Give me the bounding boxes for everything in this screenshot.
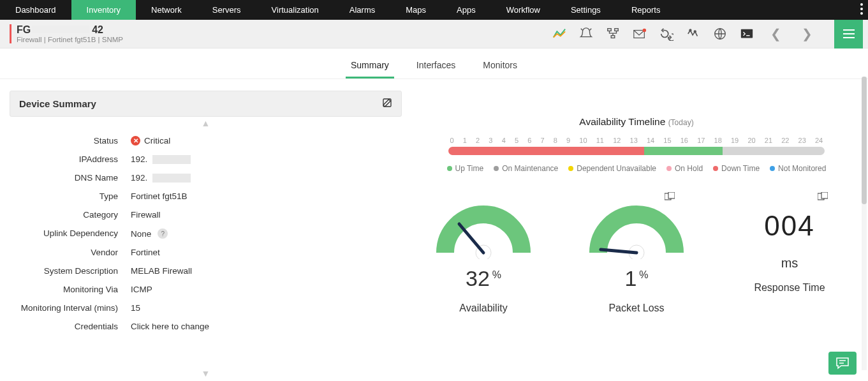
svg-line-12	[459, 224, 483, 253]
scrollbar[interactable]	[862, 77, 867, 370]
summary-label: Vendor	[10, 245, 131, 260]
timeline-segment[interactable]	[448, 147, 644, 155]
next-device-icon[interactable]: ❯	[798, 26, 816, 41]
legend-item: On Maintenance	[494, 164, 558, 173]
summary-value: MELAB Firewall	[131, 264, 402, 278]
svg-point-5	[689, 29, 691, 31]
summary-label: DNS Name	[10, 170, 131, 185]
legend-item: On Hold	[666, 164, 703, 173]
svg-rect-2	[611, 36, 615, 38]
device-title-suffix: 42	[92, 24, 103, 35]
summary-value: Fortinet fgt51B	[131, 189, 402, 204]
gauge-response-time: 004 ms Response Time	[732, 198, 847, 314]
summary-label: Category	[10, 207, 131, 222]
summary-value: 15	[131, 301, 402, 315]
svg-rect-14	[668, 192, 675, 198]
hamburger-menu[interactable]	[834, 20, 863, 49]
chat-button[interactable]	[828, 352, 857, 375]
metrics-icon[interactable]	[686, 27, 700, 41]
top-nav: Dashboard Inventory Network Servers Virt…	[0, 0, 868, 20]
timeline-segment[interactable]	[723, 147, 825, 155]
timeline-legend: Up TimeOn MaintenanceDependent Unavailab…	[415, 164, 858, 173]
summary-label: Credentials	[10, 319, 131, 334]
summary-label: Monitoring Via	[10, 282, 131, 297]
svg-point-6	[694, 31, 696, 33]
timeline-bar[interactable]	[448, 147, 825, 155]
nav-dashboard[interactable]: Dashboard	[0, 0, 71, 20]
summary-value: 192.	[131, 170, 402, 185]
refresh-icon[interactable]	[659, 27, 673, 41]
mail-icon[interactable]	[633, 27, 647, 41]
svg-rect-8	[741, 29, 753, 38]
timeline-segment[interactable]	[644, 147, 723, 155]
availability-label: Availability	[426, 303, 541, 314]
summary-label: System Description	[10, 264, 131, 278]
legend-item: Up Time	[447, 164, 484, 173]
timeline-title: Availability Timeline (Today)	[415, 116, 858, 128]
nav-workflow[interactable]: Workflow	[491, 0, 555, 20]
timeline-ticks: 0123456789101112131415161718192021222324	[450, 137, 823, 144]
packet-loss-value: 1	[624, 266, 636, 290]
globe-icon[interactable]	[713, 27, 727, 41]
panel-title: Device Summary	[19, 98, 96, 109]
device-title-prefix: FG	[17, 24, 31, 35]
device-subtitle: Firewall | Fortinet fgt51B | SNMP	[17, 36, 123, 43]
summary-value: None?	[131, 226, 402, 241]
summary-value: Firewall	[131, 207, 402, 222]
summary-value[interactable]: Click here to change	[131, 319, 402, 334]
critical-icon: ✕	[131, 136, 140, 146]
packet-loss-label: Packet Loss	[579, 303, 694, 314]
device-title: FG42	[17, 24, 123, 36]
tab-monitors[interactable]: Monitors	[480, 54, 520, 78]
tab-summary[interactable]: Summary	[348, 54, 392, 78]
summary-label: IPAddress	[10, 152, 131, 167]
topology-icon[interactable]	[606, 27, 620, 41]
nav-virtualization[interactable]: Virtualization	[256, 0, 334, 20]
device-header: FG42 Firewall | Fortinet fgt51B | SNMP ❮…	[0, 20, 868, 49]
summary-value: Fortinet	[131, 245, 402, 260]
svg-rect-18	[821, 192, 828, 198]
nav-apps[interactable]: Apps	[441, 0, 491, 20]
response-time-value: 004	[732, 210, 847, 242]
availability-value: 32	[466, 266, 490, 290]
response-time-unit: ms	[732, 256, 847, 271]
svg-rect-1	[615, 29, 619, 31]
prev-device-icon[interactable]: ❮	[767, 26, 785, 41]
scroll-down-icon[interactable]: ▼	[202, 368, 210, 378]
tab-interfaces[interactable]: Interfaces	[414, 54, 458, 78]
svg-point-4	[643, 29, 647, 33]
packet-loss-detail-icon[interactable]	[665, 192, 675, 203]
edit-icon[interactable]	[382, 98, 392, 110]
nav-network[interactable]: Network	[136, 0, 197, 20]
summary-label: Status	[10, 133, 131, 148]
scroll-up-icon[interactable]: ▲	[202, 118, 210, 128]
chart-icon[interactable]	[552, 27, 566, 41]
response-time-detail-icon[interactable]	[818, 192, 828, 203]
nav-maps[interactable]: Maps	[390, 0, 441, 20]
response-time-label: Response Time	[732, 282, 847, 294]
summary-value: ICMP	[131, 282, 402, 297]
legend-item: Dependent Unavailable	[568, 164, 656, 173]
summary-grid: Status✕CriticalIPAddress192.DNS Name192.…	[10, 133, 402, 334]
nav-inventory[interactable]: Inventory	[71, 0, 136, 20]
summary-label: Monitoring Interval (mins)	[10, 301, 131, 315]
nav-reports[interactable]: Reports	[616, 0, 676, 20]
terminal-icon[interactable]	[740, 27, 754, 41]
summary-label: Uplink Dependency	[10, 226, 131, 241]
nav-more-icon[interactable]	[860, 1, 863, 17]
summary-label: Type	[10, 189, 131, 204]
alarm-icon[interactable]	[579, 27, 593, 41]
gauge-packet-loss: 1% Packet Loss	[579, 198, 694, 314]
nav-alarms[interactable]: Alarms	[334, 0, 390, 20]
legend-item: Not Monitored	[770, 164, 826, 173]
summary-value: ✕Critical	[131, 133, 402, 148]
legend-item: Down Time	[713, 164, 760, 173]
gauge-availability: 32% Availability	[426, 198, 541, 314]
device-summary-header: Device Summary	[10, 91, 402, 117]
sub-tabs: Summary Interfaces Monitors	[0, 52, 868, 79]
svg-rect-0	[608, 29, 612, 31]
nav-servers[interactable]: Servers	[197, 0, 256, 20]
nav-settings[interactable]: Settings	[555, 0, 616, 20]
help-icon[interactable]: ?	[158, 228, 168, 239]
summary-value: 192.	[131, 152, 402, 167]
